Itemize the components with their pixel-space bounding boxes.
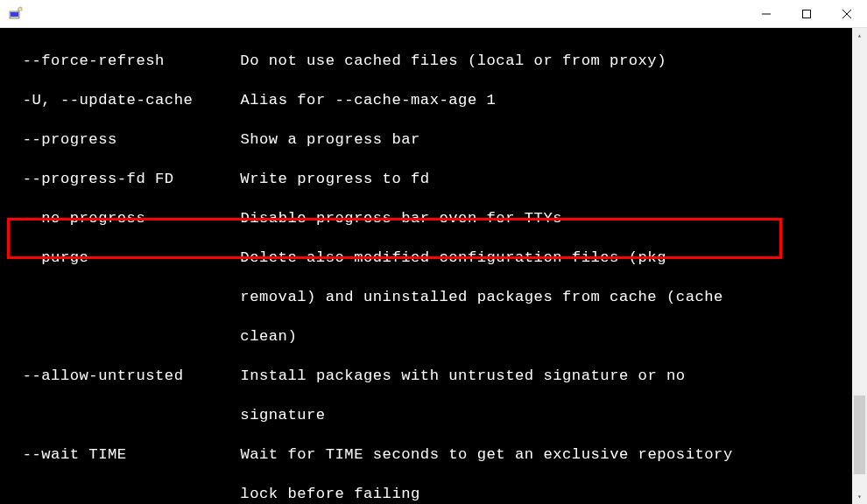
option-line: --purge Delete also modified configurati…	[4, 248, 852, 269]
svg-rect-2	[18, 8, 22, 10]
option-line: --progress-fd FD Write progress to fd	[4, 170, 852, 190]
svg-rect-1	[11, 12, 18, 17]
terminal-area: --force-refresh Do not use cached files …	[0, 28, 867, 504]
vertical-scrollbar[interactable]: ▴ ▾	[852, 28, 867, 504]
window-titlebar	[0, 0, 867, 28]
minimize-button[interactable]	[746, 0, 786, 28]
maximize-button[interactable]	[786, 0, 827, 28]
option-line: lock before failing	[4, 485, 852, 505]
putty-icon	[0, 0, 28, 28]
close-button[interactable]	[827, 0, 867, 28]
option-line: -U, --update-cache Alias for --cache-max…	[4, 91, 852, 111]
option-line: --force-refresh Do not use cached files …	[4, 52, 852, 72]
scroll-down-button[interactable]: ▾	[852, 489, 867, 504]
option-line: --wait TIME Wait for TIME seconds to get…	[4, 445, 852, 466]
svg-rect-6	[803, 10, 811, 18]
option-line: clean)	[4, 327, 852, 347]
option-line: signature	[4, 406, 852, 426]
option-line: --no-progress Disable progress bar even …	[4, 209, 852, 229]
option-line: --allow-untrusted Install packages with …	[4, 367, 852, 387]
option-line: removal) and uninstalled packages from c…	[4, 288, 852, 308]
scroll-up-button[interactable]: ▴	[852, 28, 867, 43]
scroll-thumb[interactable]	[854, 396, 865, 474]
terminal-output[interactable]: --force-refresh Do not use cached files …	[0, 28, 852, 504]
option-line: --progress Show a progress bar	[4, 130, 852, 150]
